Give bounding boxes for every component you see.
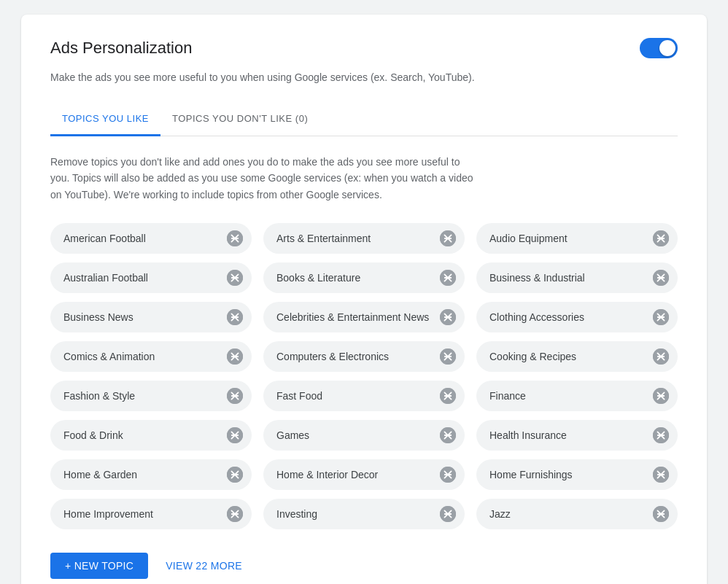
remove-topic-button[interactable] (440, 467, 456, 483)
remove-topic-button[interactable] (227, 270, 243, 286)
svg-point-24 (653, 309, 669, 325)
topic-chip: Comics & Animation (50, 341, 252, 372)
svg-point-45 (227, 427, 243, 443)
topic-chip: Fast Food (263, 381, 465, 411)
remove-topic-button[interactable] (653, 467, 669, 483)
svg-point-0 (227, 230, 243, 246)
toggle-thumb (659, 40, 675, 56)
topic-chip: Audio Equipment (476, 223, 678, 254)
view-more-button[interactable]: VIEW 22 MORE (166, 560, 242, 572)
topic-label: Fashion & Style (63, 390, 135, 402)
topic-label: Home & Garden (63, 469, 137, 480)
topic-label: Cooking & Recipes (489, 351, 576, 362)
remove-topic-button[interactable] (653, 309, 669, 325)
topic-label: Comics & Animation (63, 351, 155, 362)
ads-description: Make the ads you see more useful to you … (50, 70, 678, 85)
topic-chip: Business & Industrial (476, 262, 678, 293)
topic-label: Investing (276, 508, 317, 520)
remove-topic-button[interactable] (653, 388, 669, 404)
topic-label: Food & Drink (63, 429, 123, 441)
svg-point-9 (227, 270, 243, 286)
remove-topic-button[interactable] (440, 309, 456, 325)
svg-point-27 (227, 349, 243, 365)
topic-chip: Books & Literature (263, 262, 465, 293)
svg-point-18 (227, 309, 243, 325)
topic-chip: Computers & Electronics (263, 341, 465, 372)
remove-topic-button[interactable] (440, 270, 456, 286)
remove-topic-button[interactable] (227, 309, 243, 325)
remove-topic-button[interactable] (440, 427, 456, 443)
topic-chip: Food & Drink (50, 420, 252, 451)
remove-topic-button[interactable] (227, 427, 243, 443)
remove-topic-button[interactable] (227, 349, 243, 365)
remove-topic-button[interactable] (440, 506, 456, 522)
footer-row: + NEW TOPIC VIEW 22 MORE (50, 553, 678, 579)
remove-topic-button[interactable] (653, 506, 669, 522)
topics-grid: American Football Arts & Entertainment A… (50, 223, 678, 529)
topic-chip: Australian Football (50, 262, 252, 293)
topic-label: Computers & Electronics (276, 351, 389, 362)
topic-label: Games (276, 429, 309, 441)
svg-point-12 (440, 270, 456, 286)
topic-chip: Fashion & Style (50, 381, 252, 411)
topic-chip: Home Improvement (50, 499, 252, 529)
svg-point-60 (653, 467, 669, 483)
info-text: Remove topics you don't like and add one… (50, 154, 473, 203)
svg-point-66 (440, 506, 456, 522)
topic-chip: Celebrities & Entertainment News (263, 302, 465, 332)
svg-point-63 (227, 506, 243, 522)
svg-point-21 (440, 309, 456, 325)
topic-chip: Home Furnishings (476, 459, 678, 490)
tabs-bar: TOPICS YOU LIKE TOPICS YOU DON'T LIKE (0… (50, 103, 678, 136)
topic-chip: Games (263, 420, 465, 451)
topic-label: Business News (63, 311, 133, 323)
remove-topic-button[interactable] (227, 388, 243, 404)
topic-label: Home Furnishings (489, 469, 573, 480)
topic-label: American Football (63, 233, 146, 244)
svg-point-30 (440, 349, 456, 365)
svg-point-54 (227, 467, 243, 483)
ads-personalization-toggle[interactable] (640, 38, 678, 58)
topic-chip: Arts & Entertainment (263, 223, 465, 254)
svg-point-48 (440, 427, 456, 443)
remove-topic-button[interactable] (653, 349, 669, 365)
remove-topic-button[interactable] (653, 270, 669, 286)
svg-point-39 (440, 388, 456, 404)
svg-point-57 (440, 467, 456, 483)
tab-topics-like[interactable]: TOPICS YOU LIKE (50, 103, 160, 136)
remove-topic-button[interactable] (227, 467, 243, 483)
svg-point-3 (440, 230, 456, 246)
topic-label: Arts & Entertainment (276, 233, 371, 244)
svg-point-69 (653, 506, 669, 522)
svg-point-36 (227, 388, 243, 404)
topic-label: Jazz (489, 508, 511, 520)
topic-label: Finance (489, 390, 526, 402)
new-topic-button[interactable]: + NEW TOPIC (50, 553, 148, 579)
content-area: Remove topics you don't like and add one… (50, 136, 678, 579)
svg-point-6 (653, 230, 669, 246)
svg-point-33 (653, 349, 669, 365)
remove-topic-button[interactable] (653, 230, 669, 246)
topic-chip: Clothing Accessories (476, 302, 678, 332)
topic-chip: Cooking & Recipes (476, 341, 678, 372)
topic-label: Audio Equipment (489, 233, 568, 244)
topic-label: Australian Football (63, 272, 148, 284)
remove-topic-button[interactable] (440, 230, 456, 246)
svg-point-15 (653, 270, 669, 286)
ads-personalization-card: Ads Personalization Make the ads you see… (21, 15, 707, 584)
remove-topic-button[interactable] (440, 388, 456, 404)
topic-chip: Finance (476, 381, 678, 411)
svg-point-42 (653, 388, 669, 404)
remove-topic-button[interactable] (440, 349, 456, 365)
topic-chip: Business News (50, 302, 252, 332)
remove-topic-button[interactable] (227, 506, 243, 522)
topic-chip: Jazz (476, 499, 678, 529)
topic-chip: Home & Garden (50, 459, 252, 490)
topic-label: Celebrities & Entertainment News (276, 311, 429, 323)
tab-topics-dislike[interactable]: TOPICS YOU DON'T LIKE (0) (160, 103, 320, 136)
remove-topic-button[interactable] (227, 230, 243, 246)
remove-topic-button[interactable] (653, 427, 669, 443)
topic-label: Home & Interior Decor (276, 469, 378, 480)
topic-chip: Health Insurance (476, 420, 678, 451)
topic-label: Home Improvement (63, 508, 153, 520)
